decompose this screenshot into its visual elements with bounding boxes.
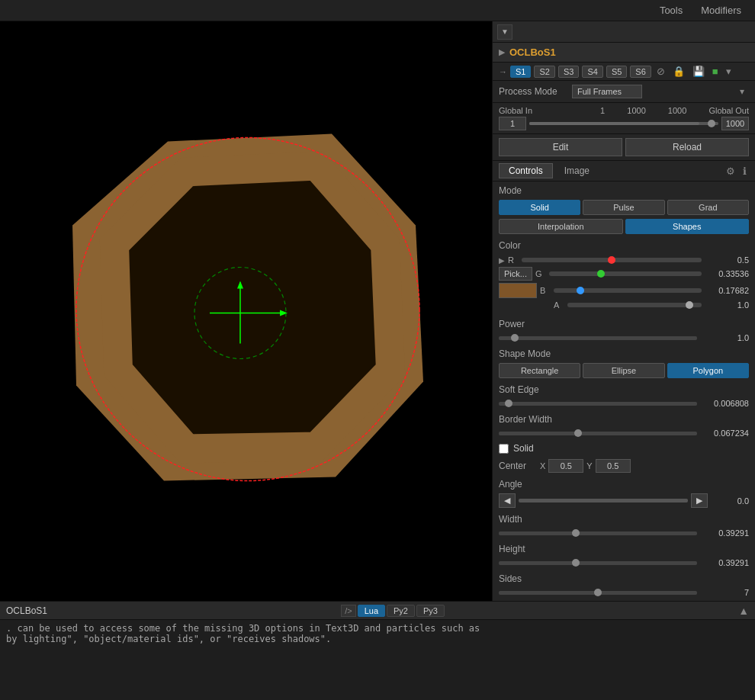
global-inputs bbox=[499, 117, 749, 130]
slot-s5[interactable]: S5 bbox=[606, 66, 627, 78]
mode-buttons: Solid Pulse Grad bbox=[493, 197, 755, 217]
sub-mode-buttons: Interpolation Shapes bbox=[493, 217, 755, 236]
global-in-input[interactable] bbox=[499, 117, 526, 130]
console-py3-tab[interactable]: Py3 bbox=[416, 605, 445, 617]
image-tab[interactable]: Image bbox=[554, 163, 599, 178]
console-collapse-icon[interactable]: ▲ bbox=[738, 605, 749, 617]
slot-s4[interactable]: S4 bbox=[582, 66, 602, 78]
controls-tab[interactable]: Controls bbox=[499, 163, 553, 178]
solid-checkbox[interactable] bbox=[499, 444, 509, 454]
center-label: Center bbox=[499, 461, 537, 471]
global-slider[interactable] bbox=[529, 122, 718, 125]
angle-label: Angle bbox=[493, 475, 755, 491]
mode-grad[interactable]: Grad bbox=[667, 200, 749, 215]
solid-checkbox-row: Solid bbox=[493, 440, 755, 457]
more-icon[interactable]: ▾ bbox=[724, 65, 734, 78]
color-b-label: B bbox=[540, 286, 551, 295]
slot-s6[interactable]: S6 bbox=[630, 66, 651, 78]
center-y-label: Y bbox=[586, 461, 592, 470]
soft-edge-label: Soft Edge bbox=[493, 381, 755, 397]
panel-title: OCLBoS1 bbox=[509, 47, 556, 58]
process-mode-select[interactable]: Full Frames Half Frames Quarter Frames bbox=[572, 85, 642, 98]
process-mode-select-wrapper: Full Frames Half Frames Quarter Frames bbox=[572, 85, 749, 98]
height-value: 0.39291 bbox=[702, 558, 749, 567]
angle-left-arrow[interactable]: ◀ bbox=[499, 493, 516, 508]
global-mid1: 1 bbox=[600, 106, 605, 115]
bottom-console: OCLBoS1 /> Lua Py2 Py3 ▲ . can be used t… bbox=[0, 601, 755, 700]
panel-arrow: ▶ bbox=[499, 47, 505, 57]
cancel-icon[interactable]: ⊘ bbox=[654, 65, 667, 78]
color-swatch-b-row: B 0.17682 bbox=[499, 283, 749, 298]
sides-slider[interactable] bbox=[499, 591, 697, 595]
shape-ellipse[interactable]: Ellipse bbox=[583, 363, 664, 378]
solid-square-icon[interactable]: ■ bbox=[710, 65, 721, 78]
color-section-label: Color bbox=[493, 236, 755, 252]
power-slider-row: 1.0 bbox=[493, 331, 755, 345]
console-tabs: /> Lua Py2 Py3 bbox=[341, 605, 445, 617]
console-py2-tab[interactable]: Py2 bbox=[387, 605, 415, 617]
global-in-label: Global In bbox=[499, 106, 532, 115]
color-r-row: ▶ R 0.5 bbox=[499, 255, 749, 265]
mode-pulse[interactable]: Pulse bbox=[583, 200, 664, 215]
color-a-row: A 1.0 bbox=[499, 300, 749, 310]
height-slider-row: 0.39291 bbox=[493, 556, 755, 570]
process-mode-row: Process Mode Full Frames Half Frames Qua… bbox=[493, 81, 755, 103]
tools-tab[interactable]: Tools bbox=[652, 3, 690, 18]
color-g-slider[interactable] bbox=[549, 271, 702, 276]
reload-button[interactable]: Reload bbox=[625, 138, 749, 156]
slot-s3[interactable]: S3 bbox=[558, 66, 579, 78]
soft-edge-slider[interactable] bbox=[499, 402, 697, 406]
console-line1: . can be used to access some of the miss… bbox=[6, 623, 749, 634]
console-tab-arrow[interactable]: /> bbox=[341, 605, 355, 617]
mode-section-label: Mode bbox=[493, 181, 755, 197]
power-slider[interactable] bbox=[499, 336, 697, 340]
panel-top-bar: ▼ bbox=[493, 21, 755, 43]
minimize-icon[interactable]: ▼ bbox=[497, 24, 512, 40]
color-swatch[interactable] bbox=[499, 283, 537, 298]
color-pick-button[interactable]: Pick... bbox=[499, 267, 532, 281]
color-section: ▶ R 0.5 Pick... G 0.33536 B bbox=[493, 252, 755, 315]
color-b-slider[interactable] bbox=[554, 288, 702, 293]
angle-slider[interactable] bbox=[519, 499, 688, 503]
soft-edge-slider-row: 0.006808 bbox=[493, 397, 755, 410]
center-y-input[interactable] bbox=[596, 459, 631, 473]
mode-shapes[interactable]: Shapes bbox=[625, 219, 750, 234]
angle-row: ◀ ▶ 0.0 bbox=[493, 491, 755, 510]
info-icon[interactable]: ℹ bbox=[741, 165, 749, 178]
color-r-slider[interactable] bbox=[522, 258, 702, 262]
width-label: Width bbox=[493, 510, 755, 526]
center-x-input[interactable] bbox=[548, 459, 583, 473]
shape-rectangle[interactable]: Rectangle bbox=[499, 363, 580, 378]
shape-polygon[interactable]: Polygon bbox=[667, 363, 749, 378]
color-a-label: A bbox=[554, 300, 564, 310]
process-mode-label: Process Mode bbox=[499, 86, 567, 97]
shape-mode-label: Shape Mode bbox=[493, 345, 755, 361]
global-out-label: Global Out bbox=[708, 106, 749, 115]
shape-mode-buttons: Rectangle Ellipse Polygon bbox=[493, 361, 755, 381]
settings-icon[interactable]: ⚙ bbox=[724, 165, 737, 178]
console-line2: by lighting", "object/material ids", or … bbox=[6, 634, 749, 644]
edit-button[interactable]: Edit bbox=[499, 138, 622, 156]
lock-icon[interactable]: 🔒 bbox=[670, 65, 687, 78]
slot-s2[interactable]: S2 bbox=[534, 66, 554, 78]
sides-value: 7 bbox=[702, 588, 749, 597]
modifiers-tab[interactable]: Modifiers bbox=[693, 3, 749, 18]
solid-checkbox-label: Solid bbox=[513, 443, 534, 454]
angle-right-arrow[interactable]: ▶ bbox=[691, 493, 708, 508]
width-slider[interactable] bbox=[499, 531, 697, 535]
global-labels: Global In 1 1000 1000 Global Out bbox=[499, 106, 749, 115]
height-slider[interactable] bbox=[499, 561, 697, 565]
color-a-slider[interactable] bbox=[567, 303, 702, 307]
mode-interpolation[interactable]: Interpolation bbox=[499, 219, 623, 234]
slot-s1[interactable]: S1 bbox=[510, 66, 531, 78]
color-g-value: 0.33536 bbox=[705, 269, 749, 278]
edit-row: Edit Reload bbox=[493, 134, 755, 161]
color-g-label: G bbox=[535, 269, 546, 278]
console-lua-tab[interactable]: Lua bbox=[358, 605, 385, 617]
save-icon[interactable]: 💾 bbox=[690, 65, 707, 78]
global-out-input[interactable] bbox=[721, 117, 749, 130]
border-width-slider[interactable] bbox=[499, 432, 697, 435]
viewport bbox=[0, 21, 492, 601]
slot-arrow: → bbox=[499, 67, 507, 76]
mode-solid[interactable]: Solid bbox=[499, 200, 580, 215]
